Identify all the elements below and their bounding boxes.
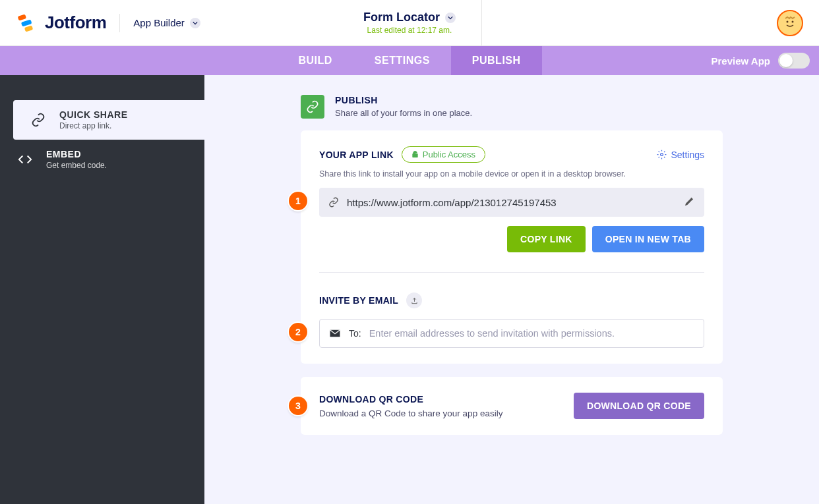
settings-link[interactable]: Settings (657, 150, 704, 160)
sidebar: QUICK SHARE Direct app link. EMBED Get e… (0, 75, 204, 504)
invite-by-email-label: INVITE BY EMAIL (319, 295, 398, 306)
toggle-knob (779, 54, 793, 67)
link-icon (29, 113, 47, 127)
gear-icon (657, 150, 667, 159)
step-badge-1: 1 (289, 192, 307, 210)
main-content: PUBLISH Share all of your forms in one p… (204, 75, 819, 504)
envelope-icon (329, 327, 341, 339)
sidebar-item-title: EMBED (46, 149, 107, 159)
tab-publish[interactable]: PUBLISH (451, 46, 542, 75)
form-name-dropdown[interactable]: Form Locator (363, 11, 456, 24)
link-section-desc: Share this link to install your app on a… (319, 169, 704, 179)
divider (119, 14, 120, 32)
qr-title: DOWNLOAD QR CODE (319, 394, 502, 405)
app-builder-label: App Builder (133, 17, 185, 28)
logo-text: Jotform (45, 13, 106, 33)
qr-subtitle: Download a QR Code to share your app eas… (319, 408, 502, 418)
svg-point-3 (781, 14, 799, 32)
preview-toggle[interactable] (778, 53, 810, 69)
sidebar-item-embed[interactable]: EMBED Get embed code. (0, 140, 204, 179)
preview-app-label: Preview App (712, 55, 770, 67)
nav-tabs: BUILD SETTINGS PUBLISH (277, 46, 541, 75)
publish-header: PUBLISH Share all of your forms in one p… (301, 95, 723, 119)
svg-point-4 (787, 20, 789, 22)
svg-point-5 (792, 20, 794, 22)
email-to-label: To: (349, 328, 361, 339)
sidebar-item-sub: Get embed code. (46, 161, 107, 170)
badge-text: Public Access (423, 150, 475, 159)
avatar-icon (780, 13, 800, 33)
divider (319, 272, 704, 273)
body: QUICK SHARE Direct app link. EMBED Get e… (0, 75, 819, 504)
header-center: Form Locator Last edited at 12:17 am. (363, 11, 456, 35)
share-icon[interactable] (406, 293, 422, 308)
tab-settings[interactable]: SETTINGS (353, 46, 451, 75)
link-icon (328, 197, 339, 208)
email-invite-field[interactable]: To: (319, 319, 704, 348)
app-link-field[interactable]: https://www.jotform.com/app/213012745197… (319, 188, 704, 217)
svg-rect-2 (24, 25, 33, 32)
pencil-icon (684, 196, 695, 206)
nav-bar: BUILD SETTINGS PUBLISH Preview App (0, 46, 819, 75)
step-badge-2: 2 (289, 323, 307, 341)
settings-link-text: Settings (671, 150, 704, 160)
copy-link-button[interactable]: COPY LINK (507, 226, 586, 252)
app-builder-dropdown[interactable]: App Builder (133, 17, 200, 28)
user-avatar[interactable] (777, 10, 803, 36)
divider (481, 0, 482, 46)
upload-icon (411, 297, 418, 304)
unlock-icon (411, 151, 419, 158)
chevron-down-icon (445, 13, 456, 23)
chevron-down-icon (190, 18, 200, 28)
download-qr-button[interactable]: DOWNLOAD QR CODE (574, 393, 704, 419)
embed-icon (16, 152, 34, 167)
qr-code-card: 3 DOWNLOAD QR CODE Download a QR Code to… (301, 377, 723, 435)
publish-title: PUBLISH (335, 95, 472, 105)
jotform-logo-icon (16, 12, 38, 34)
public-access-badge[interactable]: Public Access (402, 146, 485, 163)
publish-link-icon (301, 95, 324, 119)
step-badge-3: 3 (289, 397, 307, 415)
app-link-url: https://www.jotform.com/app/213012745197… (347, 197, 677, 208)
tab-build[interactable]: BUILD (277, 46, 353, 75)
svg-rect-1 (21, 19, 32, 26)
form-name-label: Form Locator (363, 11, 440, 24)
email-input[interactable] (369, 328, 694, 339)
open-new-tab-button[interactable]: OPEN IN NEW TAB (592, 226, 704, 252)
your-app-link-label: YOUR APP LINK (319, 150, 394, 160)
preview-group: Preview App (712, 53, 810, 69)
sidebar-item-quick-share[interactable]: QUICK SHARE Direct app link. (13, 100, 204, 140)
app-link-card: YOUR APP LINK Public Access Settings Sha… (301, 130, 723, 364)
logo[interactable]: Jotform (16, 12, 106, 34)
edit-link-button[interactable] (684, 196, 695, 209)
svg-rect-0 (18, 14, 26, 20)
last-edited-label: Last edited at 12:17 am. (363, 26, 456, 35)
app-header: Jotform App Builder Form Locator Last ed… (0, 0, 819, 46)
svg-point-6 (661, 154, 663, 156)
sidebar-item-sub: Direct app link. (59, 121, 128, 130)
sidebar-item-title: QUICK SHARE (59, 109, 128, 120)
publish-subtitle: Share all of your forms in one place. (335, 108, 472, 118)
